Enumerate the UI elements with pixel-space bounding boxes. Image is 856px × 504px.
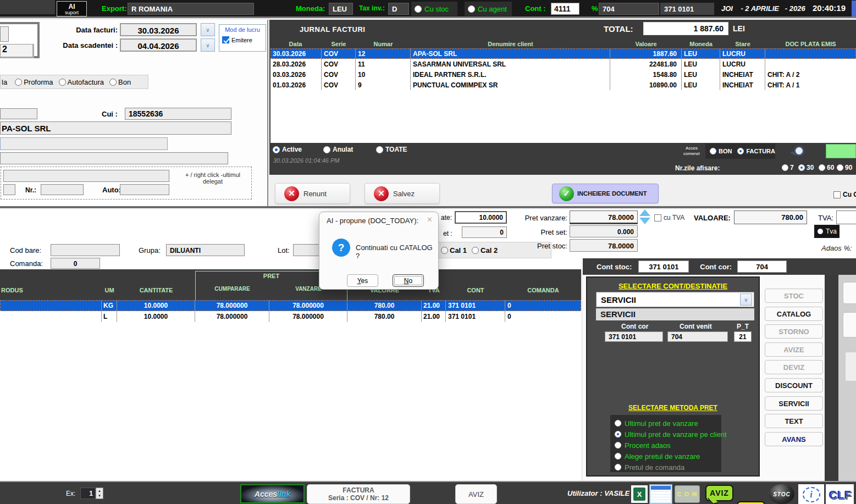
bon-radio[interactable] <box>710 148 716 154</box>
doc-number-field[interactable]: 2 <box>0 44 34 58</box>
filter-active-radio[interactable]: Active <box>273 146 302 153</box>
cod-bare-field[interactable] <box>51 244 120 256</box>
product-row[interactable]: L 10.0000 78.000000 78.000000 780.00 21.… <box>0 311 581 322</box>
metoda-option-dimmed[interactable]: Pretul de comanda <box>615 462 721 473</box>
spinner-down-icon[interactable] <box>639 218 650 224</box>
metoda-option[interactable]: Procent adaos <box>615 440 721 451</box>
catalog-button[interactable]: CATALOG <box>765 307 823 321</box>
filter-toate-radio[interactable]: TOATE <box>376 146 407 153</box>
comanda-field[interactable]: 0 <box>51 258 100 269</box>
ex-field[interactable]: 1 <box>80 488 96 499</box>
pret-set-field[interactable]: 0.000 <box>570 225 638 237</box>
client-extra-field[interactable] <box>0 152 228 164</box>
no-button[interactable]: No <box>393 274 424 287</box>
cont-cor-val-field[interactable]: 371 0101 <box>605 331 663 342</box>
cu-tva-checkbox[interactable]: cu TVA <box>654 214 684 221</box>
edge-partial-button[interactable] <box>845 352 856 381</box>
tax-inv-field[interactable]: D <box>388 3 409 15</box>
cu-agent-radio[interactable]: Cu agent <box>465 2 512 16</box>
metoda-option[interactable]: Ultimul pret de vanzare <box>615 418 721 429</box>
avans-button[interactable]: AVANS <box>765 432 823 446</box>
client-address-field[interactable] <box>0 137 168 150</box>
spinner-up-icon[interactable] <box>639 209 650 216</box>
incheiere-document-button[interactable]: INCHEIERE DOCUMENT <box>552 184 659 203</box>
stoc-sphere-icon[interactable]: STOC <box>769 484 794 504</box>
cui-field[interactable]: 18552636 <box>125 108 231 120</box>
emitere-checkbox[interactable]: Emitere <box>222 36 266 43</box>
edge-partial-button[interactable] <box>843 312 856 337</box>
pret-stoc-field[interactable]: 78.0000 <box>570 239 638 252</box>
client-code-field[interactable] <box>0 108 37 119</box>
cal2-radio[interactable] <box>472 247 479 254</box>
client-name-field[interactable]: PA-SOL SRL <box>0 121 231 135</box>
factura-radio[interactable] <box>737 148 744 154</box>
excel-icon[interactable]: X <box>631 485 648 503</box>
menu-stub[interactable] <box>0 0 55 14</box>
stepper-up-icon[interactable]: ▲ <box>98 489 101 492</box>
ex-stepper[interactable]: ▲▼ <box>96 488 103 499</box>
text-button[interactable]: TEXT <box>765 414 823 428</box>
cu-stoc-radio[interactable]: Cu stoc <box>411 2 457 16</box>
cont-venit-val-field[interactable]: 704 <box>667 331 728 342</box>
valoare-field[interactable]: 780.00 <box>734 211 807 224</box>
yes-button[interactable]: Yes <box>347 274 378 287</box>
clf-icon[interactable]: CLF <box>826 484 854 504</box>
info-icon[interactable]: i <box>798 484 824 504</box>
dev-bubble-icon[interactable]: DEV <box>737 501 765 504</box>
doc-type-normala-label[interactable]: la <box>2 78 7 86</box>
cont-cor-field[interactable]: 704 <box>737 261 787 273</box>
nr-field[interactable] <box>41 184 84 195</box>
data-scadentei-field[interactable]: 04.04.2026 <box>120 38 197 52</box>
ai-suport-button[interactable]: AI suport <box>57 1 87 16</box>
discount-button[interactable]: DISCOUNT <box>765 378 823 392</box>
cont2-field[interactable]: 371 0101 <box>660 3 714 15</box>
percent-field[interactable]: 704 <box>599 3 659 15</box>
data-facturi-field[interactable]: 30.03.2026 <box>120 23 197 36</box>
metoda-option-selected[interactable]: Ultimul pret de vanzare pe client <box>615 429 721 440</box>
zile-7-radio[interactable]: 7 <box>782 164 794 171</box>
auto-field[interactable] <box>120 184 169 195</box>
delegat-name-field[interactable] <box>3 170 169 182</box>
close-icon[interactable]: ✕ <box>427 215 433 224</box>
status-green-box[interactable] <box>826 144 856 158</box>
delegat-mini-field[interactable] <box>3 184 15 195</box>
avize-button[interactable]: AVIZE <box>765 342 823 357</box>
pret-field[interactable]: 0 <box>462 226 507 238</box>
data-facturi-dropdown-button[interactable] <box>201 23 215 36</box>
product-row-selected[interactable]: KG 10.0000 78.000000 78.000000 780.00 21… <box>0 300 581 311</box>
cal1-radio[interactable] <box>441 247 448 254</box>
cont-field[interactable]: 4111 <box>551 3 579 15</box>
jurnal-row[interactable]: 01.03.2026 COV 9 PUNCTUAL COMIMPEX SR 10… <box>270 80 856 90</box>
jurnal-row-selected[interactable]: 30.03.2026 COV 12 APA-SOL SRL 1887.60 LE… <box>270 48 856 59</box>
search-icon[interactable] <box>791 145 804 158</box>
cantitate-field[interactable]: 10.0000 <box>455 211 507 224</box>
deviz-button[interactable]: DEVIZ <box>765 360 823 374</box>
doc-type-autofactura-radio[interactable] <box>59 79 66 86</box>
doc-type-bon-radio[interactable] <box>109 79 117 86</box>
pret-vanzare-field[interactable]: 78.0000 <box>570 211 638 224</box>
pt-val-field[interactable]: 21 <box>734 331 752 342</box>
aviz-bubble-icon[interactable]: AVIZ <box>705 485 733 501</box>
zile-30-radio[interactable]: 30 <box>798 164 814 171</box>
acces-link-button[interactable]: Acces lInk <box>240 484 305 503</box>
moneda-field[interactable]: LEU <box>329 3 353 15</box>
edge-partial-button[interactable] <box>843 282 856 304</box>
cu-c-checkbox[interactable]: Cu C <box>833 191 856 198</box>
calendar-icon[interactable] <box>649 484 672 504</box>
jurnal-row[interactable]: 28.03.2026 COV 11 SASARMAN UNIVERSAL SRL… <box>270 59 856 69</box>
jurnal-row[interactable]: 03.03.2026 COV 10 IDEAL PARTNER S.R.L. 1… <box>270 69 856 80</box>
destinatie-dropdown[interactable]: SERVICII <box>596 292 754 307</box>
chevron-down-icon[interactable] <box>740 293 752 306</box>
doc-type-proforma-radio[interactable] <box>15 79 22 86</box>
renunt-button[interactable]: Renunt <box>275 183 350 204</box>
tva-field[interactable] <box>836 211 856 224</box>
metoda-option[interactable]: Alege pretul de vanzare <box>615 451 721 462</box>
serie-mini-field[interactable] <box>0 26 9 42</box>
tva-toggle[interactable]: Tva <box>814 225 840 238</box>
export-field[interactable]: R ROMANIA <box>128 3 254 15</box>
com-button[interactable]: C O M <box>675 485 700 503</box>
aviz-button[interactable]: AVIZ <box>455 484 497 504</box>
pret-vanzare-spinner[interactable] <box>639 209 650 224</box>
stoc-button[interactable]: STOC <box>765 289 823 303</box>
zile-90-radio[interactable]: 90 <box>837 164 852 171</box>
